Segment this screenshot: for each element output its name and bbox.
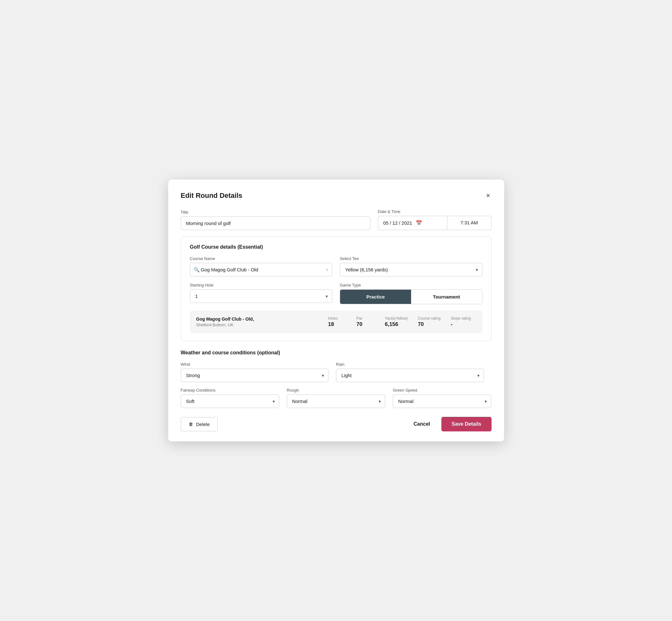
rough-field: Rough Soft Normal Firm ▾	[287, 388, 385, 408]
golf-course-title: Golf Course details (Essential)	[190, 244, 482, 250]
wind-wrapper: None Light Moderate Strong Very Strong ▾	[181, 369, 329, 382]
course-rating-label: Course rating	[418, 316, 440, 321]
weather-section-title: Weather and course conditions (optional)	[181, 350, 492, 356]
slope-rating-value: -	[451, 321, 452, 328]
slope-rating-label: Slope rating	[451, 316, 471, 321]
title-label: Title	[181, 210, 370, 215]
slope-rating-stat: Slope rating -	[446, 316, 476, 328]
datetime-label: Date & Time	[378, 209, 492, 214]
course-tee-row: Course Name 🔍 × Select Tee Yellow (6,156…	[190, 256, 482, 277]
modal-header: Edit Round Details ×	[181, 191, 492, 200]
golf-course-section: Golf Course details (Essential) Course N…	[181, 236, 492, 341]
course-search-wrapper: 🔍 ×	[190, 263, 333, 277]
datetime-field-group: Date & Time 05 / 12 / 2021 📅 7:31 AM	[378, 209, 492, 230]
green-speed-field: Green Speed Slow Normal Fast ▾	[393, 388, 491, 408]
course-name-input[interactable]	[190, 263, 333, 277]
game-type-group: Game Type Practice Tournament	[340, 283, 482, 304]
fairway-rough-green-row: Fairway Conditions Soft Normal Firm ▾ Ro…	[181, 388, 492, 408]
fairway-wrapper: Soft Normal Firm ▾	[181, 395, 279, 408]
fairway-label: Fairway Conditions	[181, 388, 279, 392]
holes-value: 18	[328, 321, 334, 328]
rain-label: Rain	[336, 362, 484, 367]
course-info-name-block: Gog Magog Golf Club - Old, Shelford Bott…	[196, 317, 323, 327]
green-speed-label: Green Speed	[393, 388, 491, 392]
tournament-button[interactable]: Tournament	[411, 290, 482, 304]
fairway-dropdown[interactable]: Soft Normal Firm	[181, 395, 279, 408]
footer-row: 🗑 Delete Cancel Save Details	[181, 417, 492, 431]
holes-label: Holes	[328, 316, 338, 321]
save-button[interactable]: Save Details	[442, 417, 491, 431]
close-button[interactable]: ×	[485, 191, 492, 200]
clear-course-icon[interactable]: ×	[326, 267, 328, 272]
select-tee-dropdown[interactable]: Yellow (6,156 yards)	[340, 263, 482, 277]
game-type-label: Game Type	[340, 283, 482, 287]
course-info-location: Shelford Bottom, UK	[196, 323, 323, 327]
cancel-button[interactable]: Cancel	[411, 417, 432, 431]
select-tee-wrapper: Yellow (6,156 yards) ▾	[340, 263, 482, 277]
starting-hole-group: Starting Hole 1 10 ▾	[190, 283, 333, 304]
weather-section: Weather and course conditions (optional)…	[181, 350, 492, 408]
search-icon: 🔍	[194, 267, 200, 273]
wind-field: Wind None Light Moderate Strong Very Str…	[181, 362, 329, 382]
starting-hole-dropdown[interactable]: 1 10	[190, 289, 333, 303]
wind-rain-row: Wind None Light Moderate Strong Very Str…	[181, 362, 492, 382]
starting-hole-wrapper: 1 10 ▾	[190, 289, 333, 303]
green-speed-wrapper: Slow Normal Fast ▾	[393, 395, 491, 408]
delete-button[interactable]: 🗑 Delete	[181, 417, 218, 431]
select-tee-label: Select Tee	[340, 256, 482, 261]
date-field[interactable]: 05 / 12 / 2021 📅	[378, 216, 447, 230]
course-rating-stat: Course rating 70	[413, 316, 446, 328]
holes-stat: Holes 18	[323, 316, 351, 328]
wind-dropdown[interactable]: None Light Moderate Strong Very Strong	[181, 369, 329, 382]
title-field-group: Title	[181, 210, 370, 230]
delete-label: Delete	[196, 422, 210, 427]
game-type-toggle: Practice Tournament	[340, 289, 482, 304]
footer-right: Cancel Save Details	[411, 417, 492, 431]
hole-gametype-row: Starting Hole 1 10 ▾ Game Type Practice …	[190, 283, 482, 304]
title-input[interactable]	[181, 216, 370, 230]
time-value: 7:31 AM	[460, 220, 478, 225]
edit-round-modal: Edit Round Details × Title Date & Time 0…	[168, 179, 504, 442]
datetime-inputs: 05 / 12 / 2021 📅 7:31 AM	[378, 216, 492, 230]
date-value: 05 / 12 / 2021	[383, 220, 412, 225]
select-tee-group: Select Tee Yellow (6,156 yards) ▾	[340, 256, 482, 277]
rain-field: Rain None Light Moderate Heavy ▾	[336, 362, 484, 382]
practice-button[interactable]: Practice	[340, 290, 411, 304]
yards-value: 6,156	[385, 321, 398, 328]
par-label: Par	[356, 316, 363, 321]
time-field[interactable]: 7:31 AM	[447, 216, 492, 230]
par-stat: Par 70	[351, 316, 380, 328]
yards-stat: Yards(Yellow) 6,156	[380, 316, 413, 328]
trash-icon: 🗑	[189, 422, 193, 427]
title-datetime-row: Title Date & Time 05 / 12 / 2021 📅 7:31 …	[181, 209, 492, 230]
green-speed-dropdown[interactable]: Slow Normal Fast	[393, 395, 491, 408]
fairway-field: Fairway Conditions Soft Normal Firm ▾	[181, 388, 279, 408]
wind-label: Wind	[181, 362, 329, 367]
yards-label: Yards(Yellow)	[385, 316, 408, 321]
course-info-row: Gog Magog Golf Club - Old, Shelford Bott…	[190, 310, 482, 333]
rain-wrapper: None Light Moderate Heavy ▾	[336, 369, 484, 382]
modal-title: Edit Round Details	[181, 192, 243, 200]
starting-hole-label: Starting Hole	[190, 283, 333, 287]
rough-wrapper: Soft Normal Firm ▾	[287, 395, 385, 408]
course-name-group: Course Name 🔍 ×	[190, 256, 333, 277]
calendar-icon: 📅	[416, 220, 422, 226]
course-info-name: Gog Magog Golf Club - Old,	[196, 317, 323, 322]
course-rating-value: 70	[418, 321, 424, 328]
course-name-label: Course Name	[190, 256, 333, 261]
rough-label: Rough	[287, 388, 385, 392]
par-value: 70	[356, 321, 363, 328]
rain-dropdown[interactable]: None Light Moderate Heavy	[336, 369, 484, 382]
rough-dropdown[interactable]: Soft Normal Firm	[287, 395, 385, 408]
